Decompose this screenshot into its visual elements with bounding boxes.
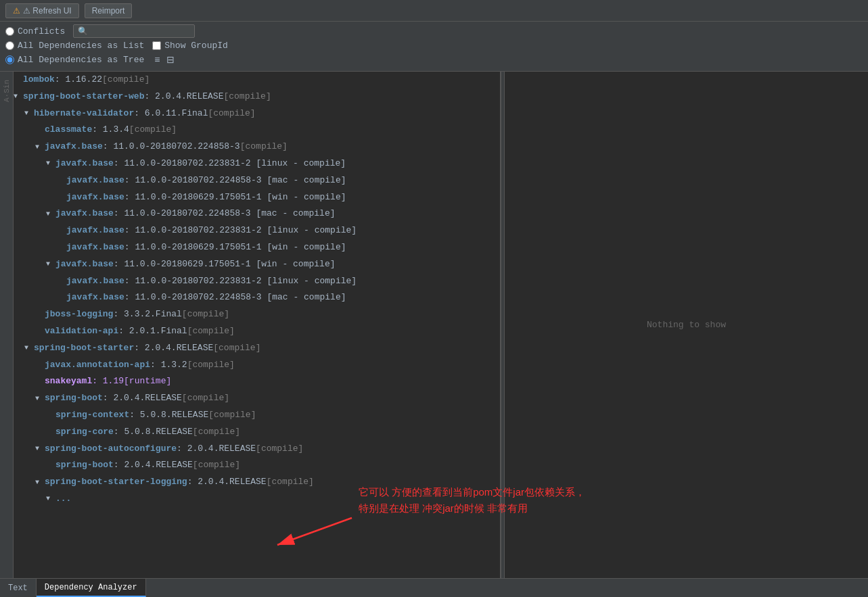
dep-name: validation-api xyxy=(45,325,118,339)
tree-node-spring-boot[interactable]: spring-boot : 2.0.4.RELEASE [compile] xyxy=(14,390,500,407)
dep-scope: [compile] xyxy=(267,475,314,489)
all-deps-list-radio[interactable] xyxy=(5,41,14,50)
tree-node-classmate[interactable]: classmate : 1.3.4 [compile] xyxy=(14,122,500,139)
dep-name: spring-core xyxy=(55,425,114,439)
dep-name: javafx.base xyxy=(66,224,124,238)
dependency-tree-panel: lombok : 1.16.22 [compile] spring-boot-s… xyxy=(14,72,501,578)
all-deps-list-radio-label[interactable]: All Dependencies as List xyxy=(5,41,144,51)
tree-node-snakeyaml[interactable]: snakeyaml : 1.19 [runtime] xyxy=(14,373,500,390)
tab-dependency-analyzer[interactable]: Dependency Analyzer xyxy=(37,579,146,597)
dep-version: : 11.0.0-20180702.223831-2 [linux - comp… xyxy=(124,274,357,289)
tree-node-spring-boot-starter[interactable]: spring-boot-starter : 2.0.4.RELEASE [com… xyxy=(14,340,500,357)
nothing-to-show-label: Nothing to show xyxy=(647,320,726,330)
tree-node-javafx-base-mac-2[interactable]: javafx.base : 11.0.0-20180702.224858-3 [… xyxy=(14,206,500,222)
conflicts-radio[interactable] xyxy=(5,27,14,36)
main-wrapper: A·Sin lombok : 1.16.22 [compile] spring-… xyxy=(0,72,868,578)
dep-version: : 2.0.4.RELEASE xyxy=(134,341,213,356)
tree-expand-icon[interactable] xyxy=(46,494,55,504)
tree-node-javax-annotation[interactable]: javax.annotation-api : 1.3.2 [compile] xyxy=(14,357,500,374)
dep-name: snakeyaml xyxy=(45,375,92,389)
tree-expand-icon[interactable] xyxy=(24,108,34,119)
tree-expand-icon[interactable] xyxy=(35,477,45,488)
tree-node-javafx-base-linux-3[interactable]: javafx.base : 11.0.0-20180702.223831-2 [… xyxy=(14,273,500,290)
dep-name: spring-context xyxy=(55,408,129,423)
dep-version: : 11.0.0-20180702.224858-3 xyxy=(103,140,240,154)
tree-node-javafx-base-win-2[interactable]: javafx.base : 11.0.0-20180629.175051-1 [… xyxy=(14,239,500,256)
collapse-all-button[interactable]: ⊟ xyxy=(164,53,177,66)
dep-version: : 1.3.2 xyxy=(150,358,187,373)
show-group-id-checkbox[interactable] xyxy=(152,41,161,50)
tree-node-javafx-base-linux-2[interactable]: javafx.base : 11.0.0-20180702.223831-2 [… xyxy=(14,222,500,239)
tree-expand-icon[interactable] xyxy=(35,393,45,404)
refresh-ui-label: ⚠ Refresh UI xyxy=(23,6,72,16)
tree-expand-icon[interactable] xyxy=(14,91,23,102)
tree-expand-icon[interactable] xyxy=(46,259,55,270)
dep-name: spring-boot-starter-logging xyxy=(45,475,187,489)
tree-node-spring-context[interactable]: spring-context : 5.0.8.RELEASE [compile] xyxy=(14,407,500,424)
dep-name: spring-boot-autoconfigure xyxy=(45,442,177,456)
refresh-ui-button[interactable]: ⚠ ⚠ Refresh UI xyxy=(5,3,79,18)
dep-scope: [compile] xyxy=(208,408,256,423)
tree-node-validation-api[interactable]: validation-api : 2.0.1.Final [compile] xyxy=(14,323,500,340)
dep-name: javax.annotation-api xyxy=(45,358,150,373)
tree-node-javafx-base-mac-1[interactable]: javafx.base : 11.0.0-20180702.224858-3 [… xyxy=(14,172,500,189)
tree-node-sbsweb[interactable]: spring-boot-starter-web : 2.0.4.RELEASE … xyxy=(14,89,500,105)
dep-version: : 11.0.0-20180629.175051-1 [win - compil… xyxy=(124,241,346,255)
dep-version: : 11.0.0-20180629.175051-1 [win - compil… xyxy=(124,191,346,205)
toolbar: ⚠ ⚠ Refresh UI Reimport xyxy=(0,0,868,22)
dep-name: lombok xyxy=(23,73,55,87)
dep-name: spring-boot-starter xyxy=(34,341,134,356)
tab-dependency-analyzer-label: Dependency Analyzer xyxy=(45,583,137,592)
dep-version: : 2.0.4.RELEASE xyxy=(114,458,193,473)
tree-node-hibernate-validator[interactable]: hibernate-validator : 6.0.11.Final [comp… xyxy=(14,105,500,122)
all-deps-list-label: All Dependencies as List xyxy=(18,41,144,51)
reimport-label: Reimport xyxy=(92,6,125,16)
all-deps-tree-radio-label[interactable]: All Dependencies as Tree xyxy=(5,55,144,65)
dep-scope: [compile] xyxy=(187,358,235,373)
expand-all-button[interactable]: ≡ xyxy=(152,53,162,66)
dep-version: : 1.3.4 xyxy=(92,123,129,137)
tree-node-jboss-logging[interactable]: jboss-logging : 3.3.2.Final [compile] xyxy=(14,306,500,323)
all-deps-tree-radio[interactable] xyxy=(5,55,14,64)
dep-name: spring-boot xyxy=(45,391,103,406)
tree-node-javafx-base-mac-3[interactable]: javafx.base : 11.0.0-20180702.224858-3 [… xyxy=(14,289,500,306)
options-row-1: Conflicts xyxy=(5,24,863,38)
dep-scope: [compile] xyxy=(182,308,229,322)
tree-expand-icon[interactable] xyxy=(24,343,34,354)
dep-scope: [compile] xyxy=(256,442,303,456)
dep-name: javafx.base xyxy=(55,157,114,171)
dep-version: : 6.0.11.Final xyxy=(134,107,208,121)
tree-node-javafx-base-1[interactable]: javafx.base : 11.0.0-20180702.224858-3 [… xyxy=(14,139,500,156)
tree-node-javafx-base-win-3[interactable]: javafx.base : 11.0.0-20180629.175051-1 [… xyxy=(14,256,500,273)
dep-name: javafx.base xyxy=(66,191,124,205)
search-input[interactable] xyxy=(73,24,195,38)
options-bar: Conflicts All Dependencies as List Show … xyxy=(0,22,868,72)
tree-node-more[interactable]: ... xyxy=(14,491,500,508)
dep-version: : 11.0.0-20180629.175051-1 [win - compil… xyxy=(114,258,336,272)
tab-text[interactable]: Text xyxy=(0,579,37,597)
tree-expand-icon[interactable] xyxy=(35,444,45,454)
tree-node-javafx-base-win-1[interactable]: javafx.base : 11.0.0-20180629.175051-1 [… xyxy=(14,189,500,206)
dep-name: javafx.base xyxy=(66,274,124,289)
bottom-tabs: Text Dependency Analyzer xyxy=(0,578,868,597)
tree-node-lombok[interactable]: lombok : 1.16.22 [compile] xyxy=(14,72,500,89)
dep-name: classmate xyxy=(45,123,92,137)
tree-expand-icon[interactable] xyxy=(46,209,55,220)
dep-version: : 5.0.8.RELEASE xyxy=(129,408,208,423)
dep-scope: [compile] xyxy=(193,425,240,439)
reimport-button[interactable]: Reimport xyxy=(85,3,133,18)
tree-node-javafx-base-linux-1[interactable]: javafx.base : 11.0.0-20180702.223831-2 [… xyxy=(14,156,500,172)
tree-node-spring-core[interactable]: spring-core : 5.0.8.RELEASE [compile] xyxy=(14,424,500,441)
dep-name: javafx.base xyxy=(66,241,124,255)
dep-version: : 2.0.4.RELEASE xyxy=(144,90,223,104)
tree-node-spring-boot-starter-logging[interactable]: spring-boot-starter-logging : 2.0.4.RELE… xyxy=(14,474,500,491)
tree-expand-icon[interactable] xyxy=(35,142,45,153)
show-group-id-checkbox-label[interactable]: Show GroupId xyxy=(152,41,228,51)
tree-node-spring-boot-autoconfigure[interactable]: spring-boot-autoconfigure : 2.0.4.RELEAS… xyxy=(14,441,500,458)
dep-version: : 11.0.0-20180702.224858-3 [mac - compil… xyxy=(124,174,346,188)
left-edge-label: A·Sin xyxy=(3,80,11,102)
dep-version: : 2.0.4.RELEASE xyxy=(177,442,256,456)
tree-expand-icon[interactable] xyxy=(46,158,55,169)
conflicts-radio-label[interactable]: Conflicts xyxy=(5,26,65,37)
tree-node-spring-boot-2[interactable]: spring-boot : 2.0.4.RELEASE [compile] xyxy=(14,457,500,474)
